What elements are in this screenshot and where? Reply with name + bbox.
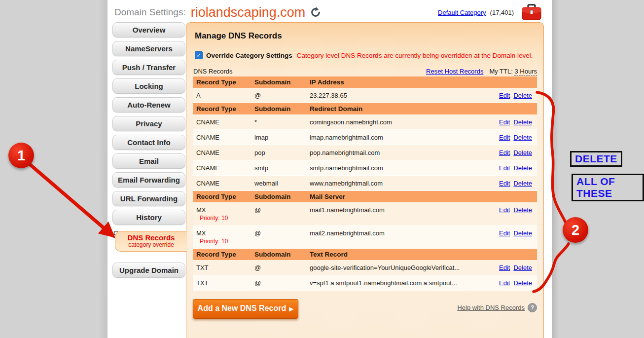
subdomain-cell: smtp [254, 164, 310, 172]
help-dns-records-link[interactable]: Help with DNS Records [457, 304, 525, 311]
delete-link[interactable]: Delete [513, 118, 532, 126]
column-header-mail-server: Mail Server [310, 193, 490, 200]
edit-link[interactable]: Edit [499, 264, 510, 271]
category-count: (17,401) [490, 9, 514, 16]
refresh-icon[interactable] [310, 7, 321, 18]
table-row: CNAMEwebmailwww.namebrightmail.comEditDe… [193, 176, 537, 191]
edit-link[interactable]: Edit [499, 164, 510, 172]
sidebar-buttons: OverviewNameServersPush / TransferLockin… [112, 22, 185, 225]
delete-link[interactable]: Delete [513, 92, 532, 99]
annotation-all-of-these-label: ALL OF THESE [572, 174, 644, 201]
panel-footer: Add a New DNS Record▶ Help with DNS Reco… [193, 299, 537, 319]
edit-link[interactable]: Edit [499, 149, 510, 156]
record-priority: Priority: 10 [200, 215, 254, 222]
delete-link[interactable]: Delete [513, 149, 532, 156]
edit-link[interactable]: Edit [499, 92, 510, 99]
table-row: TXT@v=spf1 a:smtpout1.namebrightmail.com… [193, 275, 537, 291]
add-dns-record-button[interactable]: Add a New DNS Record▶ [193, 299, 298, 319]
edit-link[interactable]: Edit [499, 229, 510, 237]
override-category-checkbox[interactable]: ✓ [195, 51, 203, 59]
record-type: CNAME [196, 134, 254, 141]
column-header-redirect-domain: Redirect Domain [310, 105, 490, 113]
subdomain-cell: * [254, 118, 310, 126]
table-row: MXPriority: 10@mail2.namebrightmail.comE… [193, 225, 537, 249]
row-actions: EditDelete [490, 92, 537, 99]
edit-link[interactable]: Edit [499, 118, 510, 126]
annotation-step-2: 2 [563, 217, 588, 243]
record-value-cell: mail1.namebrightmail.com [310, 206, 490, 214]
column-header-record-type: Record Type [196, 193, 254, 200]
delete-link[interactable]: Delete [513, 279, 532, 287]
reset-host-records-link[interactable]: Reset Host Records [426, 68, 483, 75]
sidebar-item-privacy[interactable]: Privacy [112, 116, 185, 131]
sidebar-item-push-transfer[interactable]: Push / Transfer [112, 60, 185, 75]
sidebar-item-nameservers[interactable]: NameServers [112, 41, 185, 56]
record-value-cell: pop.namebrightmail.com [310, 149, 490, 156]
column-header-subdomain: Subdomain [254, 251, 310, 258]
record-type-cell: CNAME [196, 180, 254, 187]
record-type: MX [196, 206, 254, 214]
sidebar-item-overview[interactable]: Overview [112, 22, 185, 38]
record-type-cell: CNAME [196, 164, 254, 172]
record-value-cell: google-site-verification=YourUniqueGoogl… [310, 264, 490, 271]
annotation-step-1: 1 [8, 143, 34, 168]
record-type-cell: MXPriority: 10 [196, 229, 254, 245]
column-header-text-record: Text Record [310, 251, 490, 258]
sidebar-item-history[interactable]: History [112, 210, 185, 225]
record-type: CNAME [196, 118, 254, 126]
row-actions: EditDelete [490, 206, 537, 214]
ttl-text: My TTL: 3 Hours [489, 68, 537, 75]
table-section-header: Record TypeSubdomainText Record [193, 249, 537, 260]
sidebar-item-contact-info[interactable]: Contact Info [112, 135, 185, 150]
delete-link[interactable]: Delete [513, 134, 532, 141]
row-actions: EditDelete [490, 164, 537, 172]
delete-link[interactable]: Delete [513, 264, 532, 271]
delete-link[interactable]: Delete [513, 229, 532, 237]
dns-records-label: DNS Records [193, 68, 232, 75]
table-row: A@23.227.38.65EditDelete [193, 88, 537, 103]
dns-table: Record TypeSubdomainIP AddressA@23.227.3… [193, 76, 537, 291]
edit-link[interactable]: Edit [499, 279, 510, 287]
sidebar-item-email[interactable]: Email [112, 153, 185, 169]
column-header-subdomain: Subdomain [254, 78, 310, 86]
edit-link[interactable]: Edit [499, 180, 510, 187]
subdomain-cell: @ [254, 206, 310, 214]
record-type: A [196, 92, 254, 99]
sidebar-item-email-forwarding[interactable]: Email Forwarding [112, 172, 185, 188]
edit-link[interactable]: Edit [499, 134, 510, 141]
domain-name: riolandscaping.com [191, 5, 306, 20]
upgrade-domain-button[interactable]: Upgrade Domain [112, 263, 185, 278]
record-priority: Priority: 10 [200, 238, 254, 245]
subdomain-cell: @ [254, 279, 310, 287]
record-type-cell: CNAME [196, 149, 254, 156]
row-actions: EditDelete [490, 229, 537, 237]
edit-link[interactable]: Edit [499, 206, 510, 214]
column-header-ip-address: IP Address [310, 78, 490, 86]
sidebar-item-auto-renew[interactable]: Auto-Renew [112, 97, 185, 113]
record-type-cell: MXPriority: 10 [196, 206, 254, 222]
table-row: CNAMEimapimap.namebrightmail.comEditDele… [193, 130, 537, 145]
subdomain-cell: @ [254, 92, 310, 99]
question-mark-icon[interactable]: ? [528, 303, 537, 312]
default-category-link[interactable]: Default Category [438, 9, 486, 16]
column-header-actions [490, 78, 537, 86]
record-type: TXT [196, 279, 254, 287]
record-type-cell: A [196, 92, 254, 99]
sidebar-item-url-forwarding[interactable]: URL Forwarding [112, 191, 185, 206]
delete-link[interactable]: Delete [513, 164, 532, 172]
record-value-cell: mail2.namebrightmail.com [310, 229, 490, 237]
column-header-actions [490, 193, 537, 200]
sidebar-item-locking[interactable]: Locking [112, 78, 185, 94]
delete-link[interactable]: Delete [513, 180, 532, 187]
override-settings-row: ✓ Override Category Settings Category le… [195, 51, 537, 59]
page-background-right [552, 0, 644, 338]
subdomain-cell: webmail [254, 180, 310, 187]
delete-link[interactable]: Delete [513, 206, 532, 214]
override-warning-text: Category level DNS Records are currently… [297, 52, 533, 59]
sidebar-item-dns-records-override[interactable]: DNS Records category override [115, 231, 187, 252]
column-header-subdomain: Subdomain [254, 105, 310, 113]
dns-records-tab-title: DNS Records [115, 233, 187, 242]
briefcase-icon[interactable] [522, 4, 541, 21]
help-wrap: Help with DNS Records ? [457, 303, 537, 312]
ttl-value[interactable]: 3 Hours [514, 68, 537, 75]
